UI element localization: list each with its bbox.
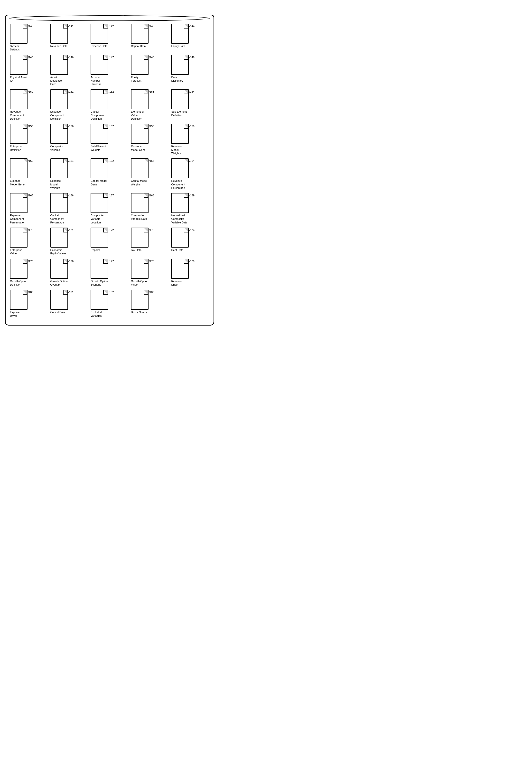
doc-item-166: 166Capital Component Percentage	[50, 193, 88, 224]
document-icon	[131, 124, 148, 144]
doc-wrapper: 152	[90, 89, 114, 109]
doc-label: Tax Data	[131, 248, 148, 252]
document-icon	[131, 55, 148, 75]
doc-number: 164	[189, 159, 194, 162]
doc-label: Sub-Element Weights	[90, 144, 108, 152]
doc-item-173: 173Tax Data	[131, 228, 169, 255]
document-icon	[90, 228, 108, 248]
document-icon	[131, 193, 148, 213]
doc-label: Reports	[90, 248, 108, 252]
doc-number: 163	[149, 159, 154, 162]
doc-wrapper: 176	[50, 259, 73, 279]
doc-wrapper: 162	[90, 159, 114, 178]
document-icon	[10, 24, 27, 44]
doc-item-169: 169Normalized Composite Variable Data	[171, 193, 209, 224]
document-icon	[131, 259, 148, 279]
doc-item-171: 171Economic Equity Values	[50, 228, 88, 255]
doc-label: Growth Option Scenario	[90, 280, 108, 287]
document-icon	[171, 228, 189, 248]
doc-number: 172	[109, 229, 114, 232]
doc-label: Growth Option Value	[131, 280, 148, 287]
doc-wrapper: 165	[10, 193, 33, 213]
doc-number: 161	[68, 159, 73, 162]
doc-label: Capital Component Definition	[90, 110, 108, 120]
doc-number: 159	[189, 125, 194, 128]
doc-number: 176	[68, 260, 73, 263]
doc-item-162: 162Capital Model Gene	[90, 159, 129, 190]
database-container: 140System Settings141Revenue Data142Expe…	[5, 15, 214, 325]
doc-wrapper: 148	[131, 55, 154, 75]
doc-label: Normalized Composite Variable Data	[171, 214, 189, 224]
doc-number: 162	[109, 159, 114, 162]
document-icon	[10, 228, 27, 248]
doc-wrapper: 171	[50, 228, 73, 248]
doc-item-159: 159Revenue Model Weights	[171, 124, 209, 155]
doc-label: Revenue Driver	[171, 280, 189, 287]
doc-number: 180	[28, 291, 33, 294]
doc-item-164: 164Revenue Component Percentage	[171, 159, 209, 190]
document-icon	[90, 159, 108, 178]
doc-item-143: 143Capital Data	[131, 24, 169, 51]
document-icon	[171, 159, 189, 178]
page: FIG. 2 50 140System Settings141Revenue D…	[5, 15, 214, 325]
doc-wrapper: 174	[171, 228, 194, 248]
doc-number: 157	[109, 125, 114, 128]
doc-number: 168	[149, 194, 154, 197]
document-icon	[10, 290, 27, 310]
document-icon	[50, 89, 68, 109]
doc-wrapper: 166	[50, 193, 73, 213]
doc-number: 160	[28, 159, 33, 162]
doc-item-140: 140System Settings	[10, 24, 48, 51]
doc-item-183: 183Driver Genes	[131, 290, 169, 317]
doc-wrapper: 163	[131, 159, 154, 178]
items-grid: 140System Settings141Revenue Data142Expe…	[10, 24, 209, 317]
doc-item-180: 180Expense Driver	[10, 290, 48, 317]
doc-wrapper: 156	[50, 124, 73, 144]
doc-number: 181	[68, 291, 73, 294]
doc-item-152: 152Capital Component Definition	[90, 89, 129, 120]
document-icon	[131, 24, 148, 44]
doc-label: Capital Model Weights	[131, 179, 148, 186]
doc-label: Equity Forecast	[131, 75, 148, 82]
document-icon	[90, 193, 108, 213]
document-icon	[10, 159, 27, 178]
doc-wrapper: 150	[10, 89, 33, 109]
document-icon	[90, 55, 108, 75]
doc-number: 165	[28, 194, 33, 197]
doc-label: Enterprise Definition	[10, 144, 27, 152]
doc-label: Capital Model Gene	[90, 179, 108, 186]
doc-number: 145	[28, 56, 33, 59]
document-icon	[50, 124, 68, 144]
document-icon	[50, 159, 68, 178]
doc-number: 155	[28, 125, 33, 128]
document-icon	[90, 24, 108, 44]
doc-number: 148	[149, 56, 154, 59]
doc-item-168: 168Composite Variable Data	[131, 193, 169, 224]
doc-label: Equity Data	[171, 44, 189, 48]
doc-wrapper: 141	[50, 24, 73, 44]
doc-label: System Settings	[10, 44, 27, 51]
doc-item-175: 175Growth Option Definition	[10, 259, 48, 287]
doc-item-172: 172Reports	[90, 228, 129, 255]
doc-number: 142	[109, 24, 114, 27]
doc-label: Excluded Variables	[90, 310, 108, 317]
doc-number: 150	[28, 90, 33, 93]
doc-number: 166	[68, 194, 73, 197]
doc-item-163: 163Capital Model Weights	[131, 159, 169, 190]
document-icon	[171, 259, 189, 279]
doc-item-176: 176Growth Option Overlap	[50, 259, 88, 287]
document-icon	[90, 290, 108, 310]
doc-wrapper: 183	[131, 290, 154, 310]
doc-number: 178	[149, 260, 154, 263]
document-icon	[131, 159, 148, 178]
doc-label: Asset Liquidation Price	[50, 75, 68, 86]
doc-wrapper: 167	[90, 193, 114, 213]
doc-wrapper: 169	[171, 193, 194, 213]
doc-wrapper: 168	[131, 193, 154, 213]
doc-item-153: 153Element of Value Definition	[131, 89, 169, 120]
doc-number: 149	[189, 56, 194, 59]
document-icon	[171, 124, 189, 144]
doc-item-154: 154Sub-Element Definition	[171, 89, 209, 120]
doc-wrapper: 182	[90, 290, 114, 310]
doc-wrapper: 146	[50, 55, 73, 75]
